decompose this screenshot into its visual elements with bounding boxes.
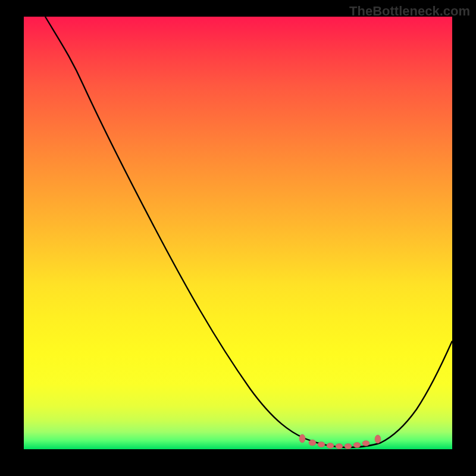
chart-svg [24,17,452,449]
svg-point-6 [353,443,361,448]
svg-point-1 [309,440,316,446]
watermark-text: TheBottleneck.com [349,4,470,19]
svg-point-0 [299,434,305,443]
svg-point-8 [375,435,381,443]
chart-container: TheBottleneck.com [0,0,476,476]
marker-group [299,434,381,449]
plot-area [24,17,452,449]
bottleneck-curve [45,17,452,447]
svg-point-2 [318,442,325,447]
svg-point-3 [327,443,334,449]
svg-point-5 [345,444,352,449]
svg-point-7 [362,441,369,446]
svg-point-4 [336,444,343,449]
